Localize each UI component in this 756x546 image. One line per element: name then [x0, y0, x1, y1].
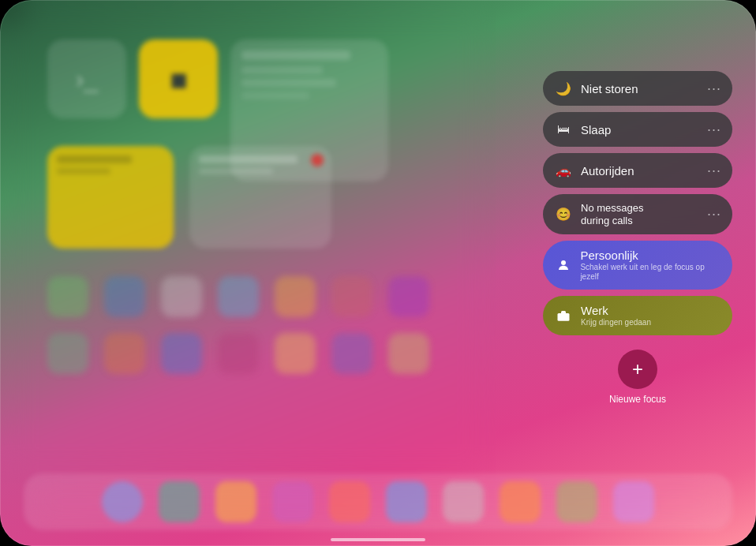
briefcase-icon	[554, 306, 573, 325]
no-messages-label-group: No messages during calls	[581, 202, 643, 226]
werk-label: Werk	[581, 304, 651, 317]
widget-yellow-2	[47, 146, 174, 249]
widget-yellow: ◼	[139, 39, 218, 118]
svg-rect-1	[558, 313, 570, 321]
home-indicator[interactable]	[331, 538, 425, 541]
dock-icon	[443, 481, 484, 522]
plus-icon: +	[632, 358, 643, 380]
app-icon	[388, 276, 429, 317]
app-icon	[161, 276, 202, 317]
persoonlijk-label: Persoonlijk	[580, 249, 721, 262]
car-icon: 🚗	[554, 161, 573, 180]
focus-item-left: 🚗 Autorijden	[554, 161, 634, 180]
app-icon	[104, 276, 145, 317]
focus-item-left: Persoonlijk Schakel werk uit en leg de f…	[554, 249, 721, 282]
niet-storen-label: Niet storen	[581, 82, 638, 95]
focus-panel: 🌙 Niet storen ··· 🛏 Slaap ··· 🚗 Autorijd…	[543, 71, 732, 405]
focus-item-werk[interactable]: Werk Krijg dingen gedaan	[543, 296, 732, 335]
dock-icon	[159, 481, 200, 522]
werk-sublabel: Krijg dingen gedaan	[581, 318, 651, 327]
app-icon	[275, 333, 316, 374]
app-icon	[47, 333, 88, 374]
dock-icon	[215, 481, 256, 522]
app-icon	[47, 276, 88, 317]
widget-yellow-icon: ◼	[170, 66, 188, 92]
focus-item-left: Werk Krijg dingen gedaan	[554, 304, 651, 327]
dock	[24, 473, 732, 530]
dock-icon	[329, 481, 370, 522]
app-icon	[218, 333, 259, 374]
app-icon	[275, 276, 316, 317]
dock-icon	[102, 481, 143, 522]
app-icon	[104, 333, 145, 374]
dock-icon	[500, 481, 541, 522]
smiley-icon: 😊	[554, 205, 573, 224]
bed-icon: 🛏	[554, 120, 573, 139]
focus-item-niet-storen[interactable]: 🌙 Niet storen ···	[543, 71, 732, 106]
focus-item-left: 🌙 Niet storen	[554, 79, 638, 98]
nieuwe-focus-button[interactable]: +	[618, 350, 657, 389]
niet-storen-dots[interactable]: ···	[707, 80, 721, 97]
nieuwe-focus-label: Nieuwe focus	[609, 394, 666, 405]
dock-icon	[613, 481, 654, 522]
focus-item-left: 😊 No messages during calls	[554, 202, 643, 226]
focus-item-left: 🛏 Slaap	[554, 120, 611, 139]
no-messages-label-line2: during calls	[581, 215, 643, 227]
nieuwe-focus-container: + Nieuwe focus	[543, 350, 732, 405]
dock-icon	[272, 481, 313, 522]
autorijden-dots[interactable]: ···	[707, 163, 721, 179]
app-icon	[331, 333, 372, 374]
slaap-dots[interactable]: ···	[707, 122, 721, 138]
moon-icon: 🌙	[554, 79, 573, 98]
dock-icon	[386, 481, 427, 522]
app-icons-area	[32, 276, 496, 374]
person-icon	[554, 256, 572, 275]
autorijden-label: Autorijden	[581, 164, 634, 178]
widget-terminal: ›_	[47, 39, 126, 118]
widget-white-2	[189, 146, 331, 249]
werk-label-group: Werk Krijg dingen gedaan	[581, 304, 651, 327]
persoonlijk-label-group: Persoonlijk Schakel werk uit en leg de f…	[580, 249, 721, 282]
app-icon	[331, 276, 372, 317]
no-messages-label: No messages	[581, 202, 643, 215]
notification-dot	[311, 154, 324, 166]
focus-item-persoonlijk[interactable]: Persoonlijk Schakel werk uit en leg de f…	[543, 241, 732, 290]
app-icon	[218, 276, 259, 317]
focus-item-slaap[interactable]: 🛏 Slaap ···	[543, 112, 732, 147]
app-icon	[161, 333, 202, 374]
widgets-row-2	[47, 146, 347, 249]
app-icon	[388, 333, 429, 374]
terminal-icon: ›_	[76, 65, 98, 94]
svg-point-0	[561, 260, 566, 265]
background: ›_ ◼	[0, 0, 756, 546]
no-messages-dots[interactable]: ···	[707, 206, 721, 223]
persoonlijk-sublabel: Schakel werk uit en leg de focus op jeze…	[580, 263, 721, 282]
slaap-label: Slaap	[581, 123, 611, 136]
focus-item-autorijden[interactable]: 🚗 Autorijden ···	[543, 153, 732, 188]
dock-icon	[556, 481, 597, 522]
focus-item-no-messages[interactable]: 😊 No messages during calls ···	[543, 194, 732, 234]
